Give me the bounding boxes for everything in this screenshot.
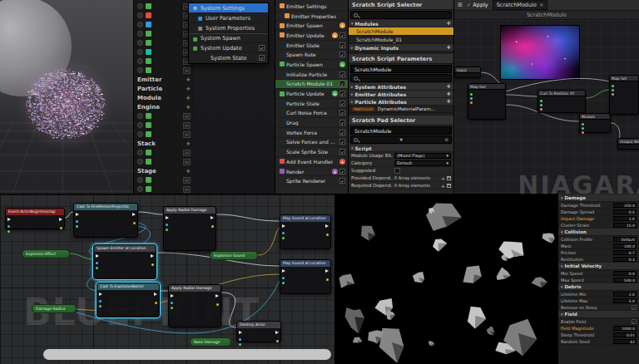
property-checkbox[interactable] — [394, 168, 400, 174]
attribute-group-header[interactable]: ▸ System Attributes + — [349, 83, 453, 91]
property-value-input[interactable]: 0.7 — [613, 250, 637, 255]
module-enabled-checkbox[interactable]: ✓ — [339, 130, 345, 135]
property-value-input[interactable]: 0.3 — [613, 257, 637, 262]
property-value-input[interactable]: 2.0 — [613, 292, 637, 297]
selected-module-box[interactable]: ScratchModule — [350, 126, 452, 135]
parameter-row[interactable]: − — [134, 66, 194, 75]
menu-item[interactable]: ⚙ System Settings ✓ — [189, 3, 268, 13]
property-value-input[interactable]: 1000.0 — [613, 326, 637, 331]
stack-module-row[interactable]: Particle Update + ✓ — [275, 89, 348, 99]
graph-node[interactable]: Modulo — [579, 113, 611, 133]
property-value-input[interactable]: 0.01 — [613, 332, 637, 337]
variable-get-node[interactable]: Base Damage — [190, 337, 231, 347]
property-value-input[interactable]: 15.0 — [613, 223, 637, 228]
graph-node[interactable]: Curl To Position XY — [537, 90, 586, 113]
stack-module-row[interactable]: Render + ✓ — [275, 167, 348, 177]
pin-icon[interactable] — [540, 100, 542, 102]
scratch-module-item[interactable]: ScratchModule — [349, 27, 453, 36]
preview-viewport[interactable] — [0, 0, 133, 194]
filter-icon[interactable]: ▼ — [399, 137, 403, 142]
stack-module-row[interactable]: Initialize Particle + ✓ — [275, 70, 348, 80]
modules-group-header[interactable]: ▾ Modules + — [349, 20, 453, 27]
module-enabled-checkbox[interactable]: ✓ — [339, 42, 345, 48]
add-icon[interactable]: + — [446, 91, 451, 97]
parameter-row[interactable]: − — [134, 111, 194, 121]
add-module-button[interactable]: + — [339, 61, 345, 67]
close-tab-icon[interactable]: × — [539, 2, 543, 8]
module-enabled-checkbox[interactable]: ✓ — [339, 169, 345, 175]
property-value-input[interactable]: 0.0 — [613, 271, 637, 276]
property-checkbox[interactable]: ✓ — [632, 319, 637, 324]
stack-module-row[interactable]: Scale Sprite Size + ✓ — [275, 147, 348, 157]
parameter-row[interactable]: − — [134, 20, 194, 29]
stack-module-row[interactable]: Emitter Settings + ✓ — [275, 2, 348, 12]
details-section-header[interactable]: ▾ Field — [558, 311, 639, 318]
parameter-row[interactable]: − — [134, 38, 194, 47]
search-bar[interactable]: ▼ ⚙ — [350, 135, 452, 144]
enabled-checkbox[interactable]: ✓ — [259, 45, 265, 51]
delete-elements-icon[interactable] — [447, 184, 451, 188]
script-section-header[interactable]: ▾ Script — [349, 145, 453, 152]
module-enabled-checkbox[interactable]: ✓ — [339, 91, 345, 96]
add-element-icon[interactable]: + — [441, 175, 445, 181]
property-value-input[interactable]: 5.0 — [613, 298, 637, 303]
stack-module-row[interactable]: Emitter Spawn + ✓ — [275, 21, 348, 31]
details-section-header[interactable]: ▾ Debris — [558, 283, 639, 291]
add-module-button[interactable]: + — [332, 32, 338, 38]
add-parameter-icon[interactable]: + — [186, 168, 191, 175]
add-module-button[interactable]: + — [339, 22, 345, 28]
add-parameter-icon[interactable]: + — [186, 76, 191, 83]
property-value-input[interactable]: 1.0 — [613, 216, 637, 221]
parameter-count-box[interactable]: − — [183, 67, 191, 74]
module-enabled-checkbox[interactable]: ✓ — [339, 139, 345, 145]
add-parameter-icon[interactable]: + — [186, 95, 191, 101]
scratch-module-tab[interactable]: ScratchModule × — [493, 0, 548, 10]
parameter-row[interactable]: − — [134, 29, 194, 38]
pin-icon[interactable] — [540, 104, 542, 106]
parameter-row[interactable]: − — [134, 130, 194, 139]
property-value-input[interactable]: 250.0 — [613, 203, 637, 208]
menu-item[interactable]: ■ System Spawn ✓ — [189, 33, 268, 43]
search-bar[interactable] — [350, 74, 452, 82]
parameter-row[interactable]: − — [134, 47, 194, 57]
parameter-category[interactable]: Stack + — [134, 139, 194, 148]
pin-icon[interactable] — [612, 85, 614, 87]
attribute-group-header[interactable]: ▸ Emitter Attributes + — [349, 91, 453, 98]
apply-button[interactable]: ✓ Apply — [467, 2, 488, 8]
stack-module-row[interactable]: Add Event Handler + ✓ — [275, 157, 348, 167]
variable-get-node[interactable]: Damage Radius — [32, 304, 77, 313]
module-enabled-checkbox[interactable]: ✓ — [339, 71, 345, 77]
search-bar[interactable] — [350, 11, 452, 19]
add-module-button[interactable]: + — [332, 91, 338, 96]
details-section-header[interactable]: ▾ Damage — [558, 194, 639, 202]
parameter-category[interactable]: Stage + — [134, 166, 194, 175]
property-dropdown[interactable]: Default ▾ — [394, 160, 451, 166]
enabled-checkbox[interactable]: ✓ — [259, 55, 265, 61]
delete-elements-icon[interactable] — [447, 176, 451, 180]
pin-icon[interactable] — [612, 89, 614, 91]
add-icon[interactable]: + — [446, 83, 451, 90]
destruction-viewport[interactable] — [334, 194, 557, 364]
parameter-category[interactable]: Module + — [134, 93, 194, 102]
panel-menu-icon[interactable]: ⊞ — [458, 2, 463, 8]
stack-module-row[interactable]: Sprite Renderer + ✓ — [275, 176, 348, 186]
parameter-row[interactable]: − — [134, 11, 194, 20]
parameter-count-box[interactable]: − — [183, 122, 191, 129]
property-checkbox[interactable]: ✓ — [632, 305, 637, 310]
property-value-input[interactable]: 0.5 — [613, 209, 637, 214]
graph-node[interactable]: Map Get — [468, 83, 506, 120]
parameter-row[interactable]: − — [134, 2, 194, 11]
blueprint-graph-panel[interactable]: BLUEPRINT Event ActorBeginOver — [0, 194, 334, 364]
module-enabled-checkbox[interactable]: ✓ — [339, 32, 345, 38]
pin-icon[interactable] — [540, 108, 542, 111]
menu-item[interactable]: ■ System Update ✓ — [189, 43, 268, 53]
pin-icon[interactable] — [470, 97, 473, 100]
parameter-count-box[interactable]: − — [183, 131, 191, 138]
module-enabled-checkbox[interactable]: ✓ — [339, 149, 345, 155]
menu-item[interactable]: ■ System Properties ✓ — [189, 23, 268, 33]
stack-module-row[interactable]: Scratch Module 01 + ✓ — [275, 80, 348, 90]
parameter-row[interactable]: − — [134, 57, 194, 66]
module-enabled-checkbox[interactable]: ✓ — [339, 101, 345, 106]
variable-get-node[interactable]: Explosion Sound — [210, 251, 258, 260]
parameter-row[interactable]: − — [134, 175, 194, 184]
